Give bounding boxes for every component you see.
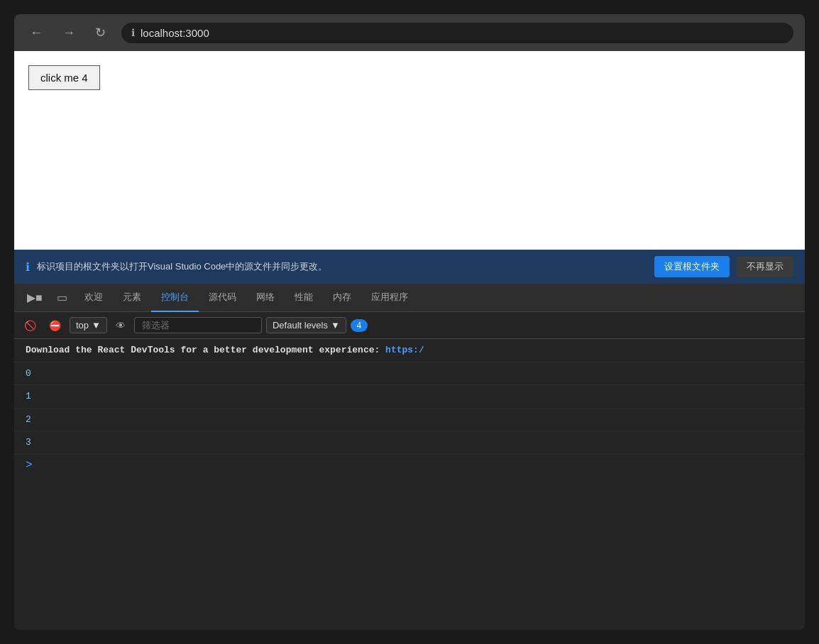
tab-network[interactable]: 网络 (246, 284, 285, 312)
console-input-prompt[interactable]: > (14, 455, 805, 476)
console-toolbar: 🚫 ⛔ top ▼ 👁 Default levels ▼ 4 (14, 312, 805, 339)
browser-toolbar: ← → ↻ ℹ localhost:3000 (14, 14, 805, 51)
tab-elements[interactable]: 元素 (113, 284, 151, 312)
log-levels-dropdown[interactable]: Default levels ▼ (266, 317, 346, 333)
console-log-line-1: 1 (14, 385, 805, 409)
back-button[interactable]: ← (26, 23, 47, 43)
console-log-line-3: 3 (14, 431, 805, 455)
context-selector[interactable]: top ▼ (70, 317, 107, 333)
error-count-badge: 4 (351, 319, 368, 332)
context-label: top (76, 320, 89, 331)
set-root-folder-button[interactable]: 设置根文件夹 (654, 256, 730, 277)
info-bar-icon: ℹ (26, 260, 30, 274)
console-filter-input[interactable] (134, 317, 262, 333)
eye-icon-button[interactable]: 👁 (111, 317, 130, 334)
log-levels-arrow: ▼ (331, 320, 340, 331)
tab-welcome[interactable]: 欢迎 (75, 284, 113, 312)
address-bar[interactable]: ℹ localhost:3000 (121, 23, 793, 43)
click-me-button[interactable]: click me 4 (28, 65, 100, 90)
refresh-button[interactable]: ↻ (91, 22, 110, 43)
console-output: Download the React DevTools for a better… (14, 339, 805, 630)
devtools-tabs: ▶■ ▭ 欢迎 元素 控制台 源代码 网络 性能 内存 应用程序 (14, 284, 805, 312)
inspect-element-icon-btn[interactable]: ▶■ (20, 287, 50, 309)
devtools-promo-message: Download the React DevTools for a better… (14, 339, 805, 362)
tab-application[interactable]: 应用程序 (361, 284, 418, 312)
device-mode-icon-btn[interactable]: ▭ (50, 287, 75, 309)
info-bar: ℹ 标识项目的根文件夹以打开Visual Studio Code中的源文件并同步… (14, 250, 805, 284)
console-log-line-2: 2 (14, 409, 805, 432)
tab-performance[interactable]: 性能 (285, 284, 323, 312)
devtools-panel: ▶■ ▭ 欢迎 元素 控制台 源代码 网络 性能 内存 应用程序 🚫 ⛔ top… (14, 284, 805, 630)
tab-memory[interactable]: 内存 (323, 284, 361, 312)
console-log-line-0: 0 (14, 362, 805, 386)
clear-console-button[interactable]: 🚫 (20, 317, 40, 334)
tab-sources[interactable]: 源代码 (199, 284, 246, 312)
forward-button[interactable]: → (58, 23, 79, 43)
context-dropdown-arrow: ▼ (92, 320, 101, 331)
tab-console[interactable]: 控制台 (151, 284, 199, 312)
console-filter-toggle[interactable]: ⛔ (45, 317, 65, 334)
info-bar-message: 标识项目的根文件夹以打开Visual Studio Code中的源文件并同步更改… (37, 260, 647, 273)
browser-content: click me 4 (14, 51, 805, 250)
address-info-icon: ℹ (131, 27, 135, 38)
address-text: localhost:3000 (141, 27, 209, 39)
browser-window: ← → ↻ ℹ localhost:3000 click me 4 ℹ 标识项目… (14, 14, 805, 630)
devtools-promo-link[interactable]: https:/ (385, 345, 424, 355)
log-levels-label: Default levels (273, 320, 328, 331)
dismiss-info-button[interactable]: 不再显示 (737, 256, 793, 277)
